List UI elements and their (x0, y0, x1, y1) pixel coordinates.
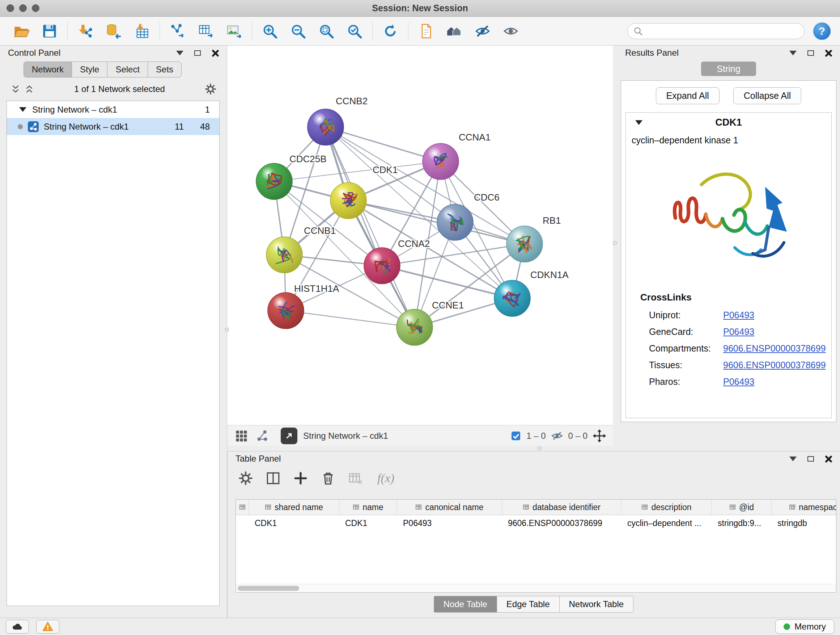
help-button[interactable]: ? (813, 22, 831, 40)
tab-style[interactable]: Style (72, 62, 107, 78)
first-neighbors-button[interactable] (442, 20, 466, 42)
network-row-selected[interactable]: String Network – cdk1 11 48 (7, 118, 219, 135)
show-all-button[interactable] (499, 20, 523, 42)
minimize-window-icon[interactable] (19, 4, 27, 12)
network-node-CDC6[interactable] (437, 204, 473, 241)
zoom-out-icon (290, 23, 306, 39)
panel-float-icon[interactable] (194, 50, 201, 56)
tab-network-table[interactable]: Network Table (559, 596, 634, 613)
column-header-namespac[interactable]: namespac (772, 500, 836, 515)
open-session-button[interactable] (9, 20, 33, 42)
function-builder-button[interactable]: f(x) (377, 471, 394, 485)
save-session-button[interactable] (38, 20, 62, 42)
crosslink-link[interactable]: P06493 (723, 310, 754, 320)
tab-select[interactable]: Select (107, 62, 148, 78)
network-edge-CCNA2-CDKN1A[interactable] (382, 266, 512, 298)
cloud-status-button[interactable] (6, 620, 29, 633)
panel-close-icon[interactable] (212, 49, 219, 57)
panel-close-icon[interactable] (825, 455, 832, 462)
gene-section-header[interactable]: CDK1 (626, 112, 831, 132)
table-horizontal-scrollbar[interactable] (236, 584, 836, 592)
search-input[interactable] (647, 26, 798, 36)
grid-view-button[interactable] (234, 428, 249, 443)
panel-menu-icon[interactable] (789, 456, 797, 461)
panel-float-icon[interactable] (807, 456, 814, 462)
network-node-CCNE1[interactable] (396, 309, 433, 345)
collapse-all-icon[interactable] (10, 84, 21, 95)
network-canvas[interactable]: CCNB2CCNA1CDC25BCDK1CDC6RB1CCNB1CCNA2CDK… (227, 46, 613, 425)
open-report-button[interactable] (414, 20, 438, 42)
new-table-from-network-button[interactable] (194, 20, 218, 42)
network-node-CCNA1[interactable] (423, 143, 459, 180)
network-node-HIST1H1A[interactable] (268, 293, 304, 329)
import-network-from-database-button[interactable] (102, 20, 126, 42)
close-window-icon[interactable] (6, 4, 14, 12)
import-network-from-file-button[interactable] (73, 20, 97, 42)
gear-icon[interactable] (204, 83, 217, 95)
splitter-handle[interactable] (225, 328, 229, 332)
expand-all-button[interactable]: Expand All (656, 87, 720, 104)
apply-layout-button[interactable] (378, 20, 402, 42)
network-node-CCNA2[interactable] (364, 248, 400, 284)
crosslink-link[interactable]: 9606.ENSP00000378699 (723, 343, 826, 354)
maximize-window-icon[interactable] (32, 4, 39, 12)
grid-icon (235, 429, 248, 442)
network-edge-CCNB2-CCNE1[interactable] (325, 127, 415, 327)
expand-all-icon[interactable] (24, 84, 35, 95)
table-row[interactable]: CDK1CDK1P064939606.ENSP00000378699cyclin… (236, 515, 836, 530)
tab-node-table[interactable]: Node Table (434, 596, 497, 613)
column-header-database-identifier[interactable]: database identifier (502, 500, 622, 515)
tab-network[interactable]: Network (24, 62, 72, 78)
network-collection-row[interactable]: String Network – cdk1 1 (7, 101, 219, 118)
new-network-from-selection-button[interactable] (166, 20, 189, 42)
column-header--id[interactable]: @id (712, 500, 772, 515)
zoom-out-button[interactable] (286, 20, 310, 42)
scrollbar-thumb[interactable] (238, 586, 299, 591)
column-header-shared-name[interactable]: shared name (249, 500, 339, 515)
splitter-handle[interactable] (613, 241, 617, 245)
tab-sets[interactable]: Sets (148, 62, 182, 78)
hide-selected-button[interactable] (471, 20, 494, 42)
disclosure-triangle-icon[interactable] (635, 120, 643, 125)
export-image-button[interactable] (222, 20, 246, 42)
crosslink-link[interactable]: P06493 (723, 377, 754, 387)
vertical-splitter[interactable] (613, 46, 617, 446)
network-node-RB1[interactable] (507, 226, 543, 262)
panel-menu-icon[interactable] (176, 51, 183, 55)
collapse-all-button[interactable]: Collapse All (733, 87, 802, 104)
warnings-button[interactable] (36, 620, 59, 633)
network-node-CCNB1[interactable] (266, 237, 302, 273)
tab-edge-table[interactable]: Edge Table (497, 596, 560, 613)
delete-column-button[interactable] (319, 470, 337, 487)
create-column-button[interactable] (292, 470, 309, 487)
zoom-selected-button[interactable] (343, 20, 366, 42)
network-node-CDKN1A[interactable] (494, 280, 531, 317)
selected-checkbox-icon[interactable] (510, 431, 521, 441)
network-node-CDC25B[interactable] (256, 163, 292, 200)
network-edge-HIST1H1A-CCNE1[interactable] (286, 310, 415, 327)
export-network-button[interactable] (281, 428, 297, 444)
birdseye-view-button[interactable] (255, 428, 270, 443)
network-node-CCNB2[interactable] (308, 109, 344, 145)
disclosure-triangle-icon[interactable] (19, 107, 27, 112)
hidden-eye-slash-icon[interactable] (551, 430, 563, 442)
column-header-description[interactable]: description (622, 500, 712, 515)
column-header-canonical-name[interactable]: canonical name (397, 500, 502, 515)
tab-string[interactable]: String (701, 62, 756, 76)
panel-menu-icon[interactable] (789, 51, 797, 55)
crosslink-link[interactable]: 9606.ENSP00000378699 (723, 360, 826, 371)
pan-crosshair-icon[interactable] (592, 429, 606, 443)
panel-float-icon[interactable] (807, 50, 814, 56)
column-header-name[interactable]: name (339, 500, 397, 515)
show-columns-button[interactable] (264, 470, 282, 487)
network-node-CDK1[interactable] (330, 182, 366, 219)
horizontal-splitter[interactable] (227, 446, 840, 451)
crosslink-link[interactable]: P06493 (723, 326, 754, 337)
import-table-button[interactable] (130, 20, 154, 42)
zoom-in-button[interactable] (258, 20, 282, 42)
table-settings-button[interactable] (237, 470, 254, 487)
memory-button[interactable]: Memory (775, 619, 834, 634)
splitter-handle[interactable] (538, 447, 542, 450)
panel-close-icon[interactable] (825, 49, 832, 57)
zoom-fit-button[interactable] (314, 20, 338, 42)
